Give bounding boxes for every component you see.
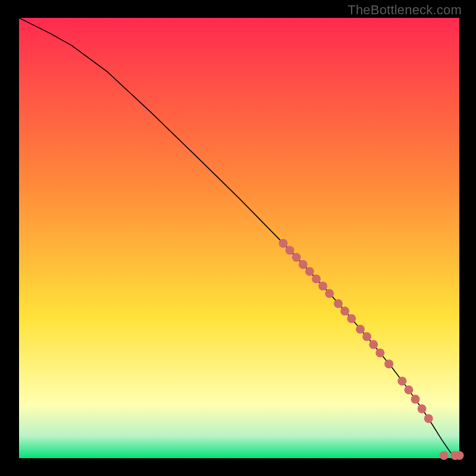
marker-point: [340, 306, 349, 315]
marker-point: [384, 359, 393, 368]
marker-point: [286, 246, 295, 255]
marker-point: [312, 274, 321, 283]
marker-point: [362, 332, 371, 341]
marker-point: [356, 325, 365, 334]
marker-point: [279, 239, 288, 248]
chart-svg: [0, 0, 476, 476]
plot-background: [19, 18, 459, 458]
marker-point: [440, 451, 449, 460]
marker-point: [418, 405, 427, 414]
marker-point: [334, 299, 343, 308]
marker-point: [292, 253, 301, 262]
marker-point: [397, 377, 406, 386]
marker-point: [375, 349, 384, 358]
marker-point: [404, 386, 413, 394]
marker-point: [299, 260, 308, 269]
marker-point: [424, 414, 433, 423]
chart-stage: TheBottleneck.com: [0, 0, 476, 476]
marker-point: [318, 281, 327, 290]
marker-point: [305, 267, 314, 276]
marker-point: [455, 451, 464, 460]
marker-point: [411, 394, 420, 403]
marker-point: [369, 340, 378, 349]
marker-point: [325, 289, 334, 298]
marker-point: [347, 314, 356, 323]
